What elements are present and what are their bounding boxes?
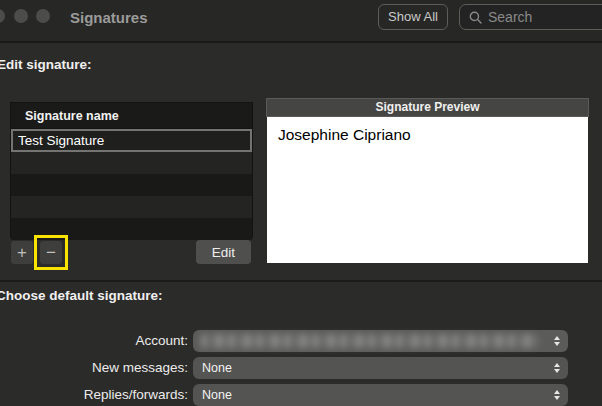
empty-table-row <box>11 152 252 174</box>
edit-button[interactable]: Edit <box>196 240 251 264</box>
edit-signature-heading: Edit signature: <box>0 57 92 72</box>
window-title: Signatures <box>70 9 148 26</box>
add-signature-button[interactable]: + <box>11 241 33 264</box>
section-divider <box>0 280 602 282</box>
new-messages-label: New messages: <box>92 360 188 375</box>
new-messages-popup[interactable]: None <box>193 357 568 379</box>
signature-row-selected[interactable] <box>11 129 252 152</box>
signature-name-column-header[interactable]: Signature name <box>11 103 252 129</box>
popup-updown-icon <box>554 336 560 346</box>
new-messages-value: None <box>202 361 232 375</box>
account-popup[interactable] <box>193 330 568 352</box>
signature-preview-panel: Josephine Cipriano <box>267 117 588 263</box>
signature-table: Signature name <box>10 102 253 238</box>
account-label: Account: <box>135 333 188 348</box>
show-all-button[interactable]: Show All <box>378 4 448 30</box>
redacted-account-value <box>201 334 538 348</box>
replies-forwards-label: Replies/forwards: <box>84 387 188 402</box>
replies-forwards-value: None <box>202 388 232 402</box>
account-field-row: Account: <box>0 330 602 352</box>
replies-forwards-field-row: Replies/forwards: None <box>0 384 602 406</box>
close-button[interactable] <box>0 9 5 23</box>
empty-table-row <box>11 174 252 196</box>
replies-forwards-popup[interactable]: None <box>193 384 568 406</box>
choose-default-signature-heading: Choose default signature: <box>0 288 163 303</box>
signature-name-input[interactable] <box>13 133 250 148</box>
new-messages-field-row: New messages: None <box>0 357 602 379</box>
empty-table-row <box>11 196 252 218</box>
minimize-button[interactable] <box>14 9 28 23</box>
titlebar: Signatures Show All <box>0 0 602 43</box>
signature-preview-header: Signature Preview <box>266 98 589 117</box>
popup-updown-icon <box>554 363 560 373</box>
search-field[interactable] <box>459 4 602 30</box>
empty-table-row <box>11 218 252 240</box>
zoom-button[interactable] <box>36 9 50 23</box>
search-input[interactable] <box>488 9 588 25</box>
signature-preview-content: Josephine Cipriano <box>278 126 411 144</box>
popup-updown-icon <box>554 390 560 400</box>
remove-signature-button[interactable]: − <box>40 241 62 264</box>
search-icon <box>469 11 482 24</box>
